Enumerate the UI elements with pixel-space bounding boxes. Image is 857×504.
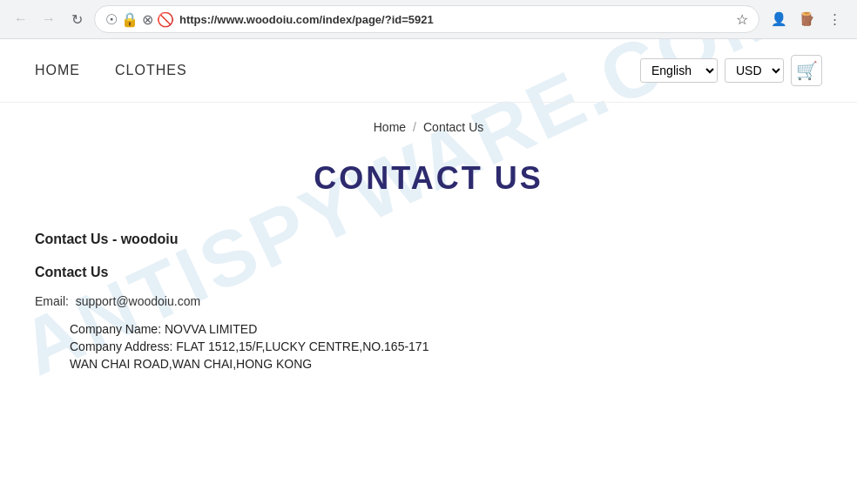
tracker-icon: ⊗ [142, 11, 153, 28]
site-nav: HOME CLOTHES [35, 63, 187, 78]
breadcrumb-home[interactable]: Home [374, 120, 406, 134]
nav-clothes[interactable]: CLOTHES [115, 63, 187, 78]
header-right: English French Spanish USD EUR GBP 🛒 [640, 55, 822, 86]
section-label: Contact Us - woodoiu [35, 232, 822, 247]
company-address-value1: FLAT 1512,15/F,LUCKY CENTRE,NO.165-171 [176, 339, 428, 353]
company-address-value2: WAN CHAI ROAD,WAN CHAI,HONG KONG [70, 357, 312, 371]
company-name-value: NOVVA LIMITED [165, 322, 257, 336]
company-info: Company Name: NOVVA LIMITED Company Addr… [35, 322, 822, 371]
browser-toolbar: ← → ↻ ☉ 🔒 ⊗ 🚫 https://www.woodoiu.com/in… [0, 0, 857, 38]
company-name-line: Company Name: NOVVA LIMITED [70, 322, 822, 336]
nav-home[interactable]: HOME [35, 63, 80, 78]
page-title: CONTACT US [35, 160, 822, 197]
contact-heading: Contact Us [35, 265, 822, 280]
url-prefix: https://www. [179, 13, 246, 26]
email-line: Email: support@woodoiu.com [35, 294, 822, 308]
security-icons: ☉ 🔒 ⊗ 🚫 [105, 11, 174, 28]
email-label: Email: [35, 294, 69, 308]
currency-selector[interactable]: USD EUR GBP [725, 58, 784, 83]
url-suffix: /index/page/?id=5921 [320, 13, 434, 26]
reload-button[interactable]: ↻ [66, 9, 87, 30]
main-content: CONTACT US Contact Us - woodoiu Contact … [0, 143, 857, 409]
cart-icon: 🛒 [796, 60, 818, 81]
url-display: https://www.woodoiu.com/index/page/?id=5… [179, 13, 731, 26]
email-address: support@woodoiu.com [76, 294, 200, 308]
site-header: HOME CLOTHES English French Spanish USD … [0, 39, 857, 103]
browser-chrome: ← → ↻ ☉ 🔒 ⊗ 🚫 https://www.woodoiu.com/in… [0, 0, 857, 39]
breadcrumb-separator: / [413, 120, 416, 134]
company-address-label: Company Address: [70, 339, 172, 353]
eye-off-icon: 🚫 [157, 11, 174, 28]
shield-icon: ☉ [105, 11, 118, 28]
back-button[interactable]: ← [10, 9, 31, 30]
breadcrumb: Home / Contact Us [0, 103, 857, 143]
company-name-label: Company Name: [70, 322, 161, 336]
language-selector[interactable]: English French Spanish [640, 58, 718, 83]
company-address-line2: WAN CHAI ROAD,WAN CHAI,HONG KONG [70, 357, 822, 371]
cart-button[interactable]: 🛒 [791, 55, 822, 86]
profile-icon[interactable]: 👤 [766, 7, 791, 31]
forward-button[interactable]: → [38, 9, 59, 30]
extensions-icon[interactable]: 🪵 [794, 7, 819, 31]
contact-info: Contact Us Email: support@woodoiu.com Co… [35, 265, 822, 371]
page-content: ANTISPYWARE.COM HOME CLOTHES English Fre… [0, 39, 857, 504]
breadcrumb-current: Contact Us [423, 120, 483, 134]
bookmark-icon[interactable]: ☆ [736, 11, 748, 28]
browser-right-icons: 👤 🪵 ⋮ [766, 7, 847, 31]
url-domain: woodoiu.com [246, 13, 320, 26]
address-bar[interactable]: ☉ 🔒 ⊗ 🚫 https://www.woodoiu.com/index/pa… [94, 5, 759, 33]
company-address-line1: Company Address: FLAT 1512,15/F,LUCKY CE… [70, 339, 822, 353]
more-options-icon[interactable]: ⋮ [822, 7, 847, 31]
lock-icon: 🔒 [121, 11, 138, 28]
